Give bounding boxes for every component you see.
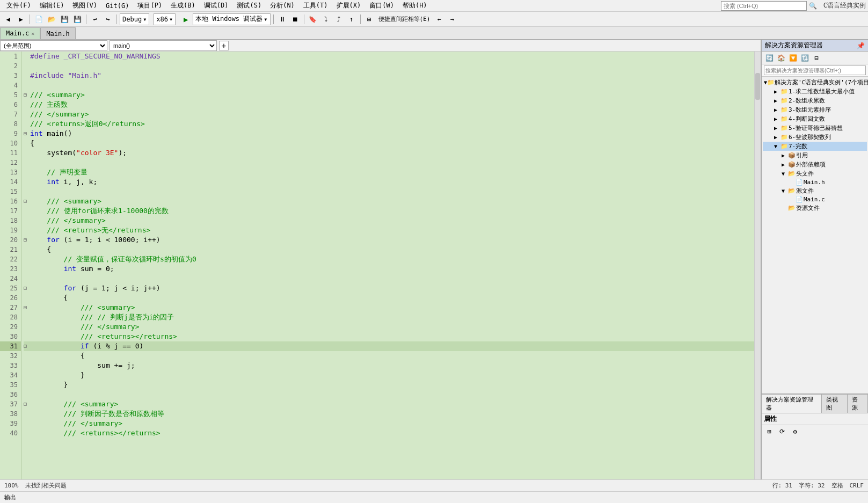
menu-window[interactable]: 窗口(W) <box>365 0 398 11</box>
function-dropdown[interactable]: main() <box>110 40 217 51</box>
code-line[interactable]: #include "Main.h" <box>24 71 754 81</box>
tree-item[interactable]: ▼📁7-完数 <box>763 142 867 151</box>
solution-search-input[interactable] <box>764 65 866 75</box>
toolbar-forward[interactable]: ▶ <box>15 13 27 25</box>
fold-icon[interactable]: ⊟ <box>24 399 30 409</box>
solution-explorer-pin[interactable]: 📌 <box>857 42 865 49</box>
code-line[interactable]: /// <returns>无</returns> <box>24 225 754 235</box>
toolbar-more-1[interactable]: ← <box>433 13 445 25</box>
code-line[interactable]: ⊟ if (i % j == 0) <box>24 341 754 351</box>
code-editor[interactable]: #define _CRT_SECURE_NO_WARNINGS#include … <box>21 52 754 479</box>
code-line[interactable]: int sum = 0; <box>24 264 754 274</box>
toolbar-pause[interactable]: ⏸ <box>276 13 288 25</box>
code-line[interactable]: } <box>24 380 754 390</box>
props-sort-btn[interactable]: ⟳ <box>777 426 787 437</box>
toolbar-stop[interactable]: ⏹ <box>289 13 301 25</box>
tree-item[interactable]: 📄Main.h <box>763 178 867 186</box>
tree-item[interactable]: ▶📁1-求二维数组最大最小值 <box>763 87 867 96</box>
refresh-btn[interactable]: 🔃 <box>799 53 810 63</box>
tab-main-c-close[interactable]: ✕ <box>31 31 34 37</box>
fold-icon[interactable]: ⊟ <box>24 129 30 138</box>
tab-main-h[interactable]: Main.h <box>40 27 75 39</box>
fold-icon[interactable]: ⊟ <box>24 341 30 351</box>
tree-item[interactable]: 📂资源文件 <box>763 203 867 213</box>
code-line[interactable]: #define _CRT_SECURE_NO_WARNINGS <box>24 52 754 61</box>
run-target-dropdown[interactable]: 本地 Windows 调试器 ▾ <box>193 13 270 25</box>
code-line[interactable]: sum += j; <box>24 361 754 370</box>
code-line[interactable]: /// <returns></returns> <box>24 332 754 341</box>
code-line[interactable]: /// 使用for循环来求1-10000的完数 <box>24 206 754 216</box>
code-line[interactable] <box>24 274 754 283</box>
fold-icon[interactable]: ⊟ <box>24 303 30 312</box>
code-line[interactable]: /// </summary> <box>24 419 754 428</box>
search-input[interactable] <box>721 1 807 11</box>
sync-btn[interactable]: 🔄 <box>764 53 775 63</box>
menu-help[interactable]: 帮助(H) <box>398 0 432 11</box>
debug-config-dropdown[interactable]: Debug ▾ <box>120 13 149 25</box>
code-line[interactable]: /// </summary> <box>24 322 754 332</box>
scrollbar[interactable] <box>754 52 761 479</box>
code-line[interactable] <box>24 158 754 167</box>
code-line[interactable]: /// 主函数 <box>24 100 754 110</box>
menu-view[interactable]: 视图(V) <box>68 0 101 11</box>
code-line[interactable]: ⊟ /// <summary> <box>24 399 754 409</box>
code-line[interactable]: { <box>24 351 754 361</box>
code-line[interactable]: /// </summary> <box>24 216 754 225</box>
toolbar-more-2[interactable]: → <box>446 13 458 25</box>
props-tab-resource[interactable]: 资源 <box>848 395 868 413</box>
toolbar-open[interactable]: 📂 <box>46 13 57 25</box>
code-line[interactable]: /// </summary> <box>24 110 754 119</box>
add-view-button[interactable]: + <box>219 41 229 50</box>
tree-item[interactable]: ▶📁4-判断回文数 <box>763 114 867 123</box>
code-line[interactable]: system("color 3E"); <box>24 148 754 158</box>
tree-item[interactable]: ▼📂源文件 <box>763 186 867 195</box>
menu-project[interactable]: 项目(P) <box>133 0 166 11</box>
menu-git[interactable]: Git(G) <box>101 1 133 11</box>
code-line[interactable]: ⊟ for (i = 1; i < 10000; i++) <box>24 235 754 245</box>
code-line[interactable]: // 声明变量 <box>24 167 754 177</box>
code-line[interactable]: { <box>24 293 754 303</box>
code-line[interactable] <box>24 81 754 90</box>
fold-icon[interactable]: ⊟ <box>24 235 30 245</box>
toolbar-back[interactable]: ◀ <box>2 13 14 25</box>
code-line[interactable]: { <box>24 138 754 148</box>
code-line[interactable]: ⊟int main() <box>24 129 754 138</box>
tree-item[interactable]: ▼📂头文件 <box>763 169 867 178</box>
menu-edit[interactable]: 编辑(E) <box>35 0 69 11</box>
props-settings-btn[interactable]: ⚙ <box>790 426 800 437</box>
menu-build[interactable]: 生成(B) <box>166 0 200 11</box>
toolbar-step-over[interactable]: ⤵ <box>320 13 332 25</box>
toolbar-redo[interactable]: ↪ <box>102 13 114 25</box>
code-line[interactable]: /// <returns>返回0</returns> <box>24 119 754 129</box>
props-tab-class[interactable]: 类视图 <box>822 395 848 413</box>
toolbar-step-into[interactable]: ⤴ <box>333 13 345 25</box>
code-line[interactable]: { <box>24 245 754 254</box>
props-tab-solution[interactable]: 解决方案资源管理器 <box>762 395 822 413</box>
menu-extensions[interactable]: 扩展(X) <box>332 0 366 11</box>
toolbar-bookmark[interactable]: 🔖 <box>307 13 319 25</box>
tree-item[interactable]: ▶📦引用 <box>763 151 867 160</box>
code-line[interactable]: // 变量赋值，保证每次循环时s的初值为0 <box>24 254 754 264</box>
tree-item[interactable]: 📄Main.c <box>763 195 867 203</box>
menu-debug[interactable]: 调试(D) <box>200 0 233 11</box>
tree-item[interactable]: ▼📁解决方案'C语言经典实例'(7个项目) <box>763 78 867 87</box>
code-line[interactable] <box>24 187 754 196</box>
toolbar-new[interactable]: 📄 <box>33 13 45 25</box>
code-line[interactable]: } <box>24 370 754 380</box>
code-line[interactable]: ⊟ /// <summary> <box>24 303 754 312</box>
tree-item[interactable]: ▶📁2-数组求累数 <box>763 96 867 105</box>
collapse-all-btn[interactable]: ⊟ <box>811 53 822 63</box>
tree-item[interactable]: ▶📦外部依赖项 <box>763 160 867 169</box>
props-grid-btn[interactable]: ⊞ <box>764 426 775 437</box>
filter-btn[interactable]: 🔽 <box>787 53 798 63</box>
code-line[interactable]: ⊟ for (j = 1; j < i; j++) <box>24 283 754 293</box>
tab-main-c[interactable]: Main.c ✕ <box>0 27 40 39</box>
code-line[interactable]: ⊟/// <summary> <box>24 90 754 100</box>
menu-tools[interactable]: 工具(T) <box>299 0 332 11</box>
menu-file[interactable]: 文件(F) <box>2 0 35 11</box>
toolbar-align[interactable]: ⊞ <box>363 13 375 25</box>
code-line[interactable] <box>24 390 754 399</box>
code-line[interactable]: /// // 判断j是否为i的因子 <box>24 312 754 322</box>
fold-icon[interactable]: ⊟ <box>24 196 30 206</box>
menu-analyze[interactable]: 分析(N) <box>266 0 299 11</box>
